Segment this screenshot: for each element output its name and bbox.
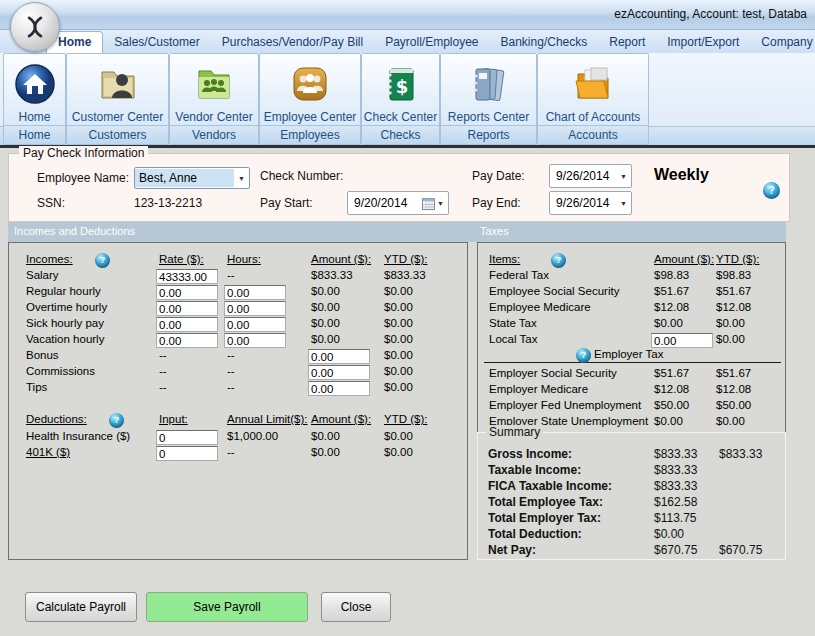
tax-label: State Tax (489, 317, 537, 329)
deduction-401k-link[interactable]: 401K ($) (26, 446, 70, 458)
toolbar-chart-of-accounts-sublabel: Accounts (538, 125, 648, 144)
income-label: Regular hourly (26, 285, 101, 297)
k401-input[interactable] (156, 446, 218, 461)
main-content: Pay Check Information Employee Name: Bes… (0, 148, 815, 636)
close-button[interactable]: Close (321, 592, 391, 622)
tax-amount: $50.00 (654, 399, 689, 411)
tax-label: Employer Fed Unemployment (489, 399, 641, 411)
pay-end-select[interactable]: 9/26/2014 ▼ (549, 191, 632, 215)
incomes-deductions-section-title: Incomes and Deductions (14, 225, 135, 237)
employee-center-icon (288, 54, 332, 110)
tax-row-employee-social-security: Employee Social Security $51.67 $51.67 (478, 285, 785, 301)
help-globe-icon[interactable]: ? (763, 182, 780, 199)
income-hours: -- (227, 269, 235, 281)
menu-tab-sales-customer[interactable]: Sales/Customer (103, 32, 210, 53)
calculate-payroll-button[interactable]: Calculate Payroll (25, 592, 137, 622)
tax-amount: $51.67 (654, 285, 689, 297)
summary-row-net-pay: Net Pay: $670.75 $670.75 (478, 543, 785, 559)
vacation-hourly-hours-input[interactable] (224, 333, 286, 348)
bonus-amount-input[interactable] (308, 349, 370, 364)
menu-tab-report[interactable]: Report (598, 32, 656, 53)
ssn-value: 123-13-2213 (134, 196, 202, 210)
incomes-header: Incomes: (26, 253, 73, 265)
summary-ytd: $670.75 (719, 543, 762, 557)
sick-hourly-hours-input[interactable] (224, 317, 286, 332)
incomes-help-icon[interactable]: ? (95, 253, 110, 268)
summary-row-total-employer-tax: Total Employer Tax: $113.75 (478, 511, 785, 527)
summary-label: Taxable Income: (488, 463, 581, 477)
pay-start-value: 9/20/2014 (348, 194, 422, 212)
menu-tab-purchases-vendor[interactable]: Purchases/Vendor/Pay Bill (211, 32, 374, 53)
taxes-help-icon[interactable]: ? (551, 253, 566, 268)
window-title: ezAccounting, Account: test, Databa (614, 7, 807, 21)
employee-name-select[interactable]: Best, Anne ▼ (134, 167, 250, 189)
employer-tax-help-icon[interactable]: ? (576, 348, 591, 363)
chart-of-accounts-icon (571, 54, 615, 110)
summary-label: Total Employee Tax: (488, 495, 603, 509)
check-number-label: Check Number: (260, 169, 343, 183)
menu-tab-import-export[interactable]: Import/Export (656, 32, 750, 53)
tax-amount: $12.08 (654, 383, 689, 395)
toolbar-chart-of-accounts-button[interactable]: Chart of Accounts Accounts (537, 53, 649, 145)
tax-ytd: $0.00 (716, 317, 745, 329)
ssn-label: SSN: (37, 196, 65, 210)
deduction-annual-limit: $1,000.00 (227, 430, 278, 442)
annual-limit-header: Annual Limit($): (227, 413, 308, 425)
income-row-sick-hourly: Sick hourly pay $0.00 $0.00 (9, 317, 467, 333)
tips-amount-input[interactable] (308, 381, 370, 396)
toolbar-home-sublabel: Home (4, 125, 65, 144)
income-amount: $833.33 (311, 269, 353, 281)
pay-date-select[interactable]: 9/26/2014 ▼ (549, 164, 632, 188)
income-amount: $0.00 (311, 333, 340, 345)
section-header-bar: Incomes and Deductions Taxes (8, 222, 786, 242)
income-ytd: $0.00 (384, 317, 413, 329)
title-bar: ezAccounting, Account: test, Databa (0, 0, 815, 30)
tax-ytd-header: YTD ($): (716, 253, 759, 265)
chevron-down-icon: ▼ (618, 173, 631, 180)
sick-hourly-rate-input[interactable] (156, 317, 218, 332)
toolbar: Home Home Customer Center Customers (0, 53, 815, 148)
toolbar-reports-center-button[interactable]: Reports Center Reports (440, 53, 537, 145)
local-tax-input[interactable] (651, 333, 713, 348)
income-label: Salary (26, 269, 59, 281)
toolbar-employee-center-button[interactable]: Employee Center Employees (259, 53, 361, 145)
deduction-ytd: $0.00 (384, 430, 413, 442)
tax-ytd: $50.00 (716, 399, 751, 411)
summary-value: $670.75 (654, 543, 697, 557)
tax-amount: $0.00 (654, 415, 683, 427)
pay-start-datepicker[interactable]: 9/20/2014 ▼ (347, 191, 449, 215)
tax-row-employer-medicare: Employer Medicare $12.08 $12.08 (478, 383, 785, 399)
toolbar-check-center-label: Check Center (364, 110, 437, 126)
toolbar-check-center-sublabel: Checks (362, 125, 439, 144)
toolbar-check-center-button[interactable]: $ Check Center Checks (361, 53, 440, 145)
input-header: Input: (159, 413, 188, 425)
income-label: Sick hourly pay (26, 317, 104, 329)
menu-tab-banking-checks[interactable]: Banking/Checks (490, 32, 599, 53)
summary-label: Net Pay: (488, 543, 536, 557)
menu-tab-payroll-employee[interactable]: Payroll/Employee (374, 32, 489, 53)
health-insurance-input[interactable] (156, 430, 218, 445)
app-menu-button[interactable] (10, 2, 60, 52)
regular-hourly-hours-input[interactable] (224, 285, 286, 300)
summary-value: $162.58 (654, 495, 697, 509)
vacation-hourly-rate-input[interactable] (156, 333, 218, 348)
toolbar-home-button[interactable]: Home Home (3, 53, 66, 145)
pay-frequency-label: Weekly (654, 166, 709, 184)
tax-row-federal: Federal Tax $98.83 $98.83 (478, 269, 785, 285)
tax-amount: $0.00 (654, 317, 683, 329)
items-header: Items: (489, 253, 520, 265)
regular-hourly-rate-input[interactable] (156, 285, 218, 300)
income-label: Commissions (26, 365, 95, 377)
toolbar-vendor-center-button[interactable]: Vendor Center Vendors (169, 53, 259, 145)
income-row-salary: Salary -- $833.33 $833.33 (9, 269, 467, 285)
menu-tab-company[interactable]: Company (750, 32, 815, 53)
tax-ytd: $0.00 (716, 415, 745, 427)
salary-rate-input[interactable] (156, 269, 218, 284)
income-row-tips: Tips -- -- $0.00 (9, 381, 467, 397)
deductions-help-icon[interactable]: ? (109, 413, 124, 428)
save-payroll-button[interactable]: Save Payroll (146, 592, 308, 622)
overtime-hourly-rate-input[interactable] (156, 301, 218, 316)
overtime-hourly-hours-input[interactable] (224, 301, 286, 316)
commissions-amount-input[interactable] (308, 365, 370, 380)
toolbar-customer-center-button[interactable]: Customer Center Customers (66, 53, 169, 145)
